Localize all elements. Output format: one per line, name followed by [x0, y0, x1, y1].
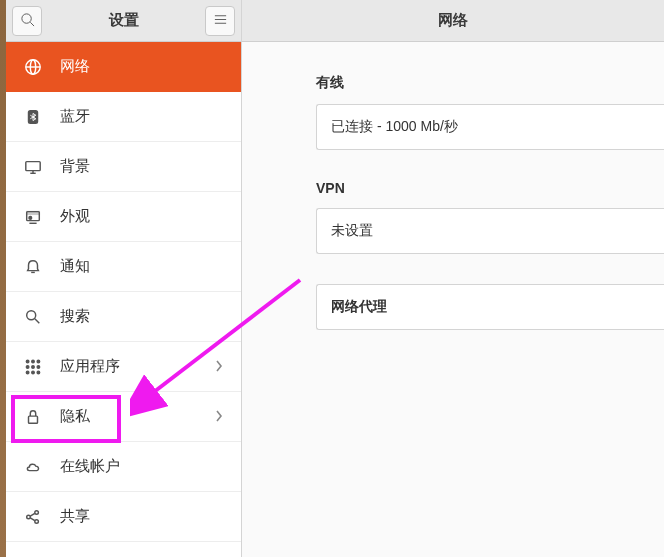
sidebar-list: 网络蓝牙背景外观通知搜索应用程序隐私在线帐户共享 [6, 42, 241, 557]
sidebar-item-cloud[interactable]: 在线帐户 [6, 442, 241, 492]
wired-heading: 有线 [316, 74, 664, 92]
proxy-row[interactable]: 网络代理 [316, 284, 664, 330]
svg-line-18 [35, 318, 40, 323]
svg-point-24 [37, 365, 40, 368]
chevron-right-icon [215, 359, 225, 375]
sidebar-title: 设置 [42, 11, 205, 30]
display-icon [22, 156, 44, 178]
proxy-heading: 网络代理 [331, 298, 387, 316]
svg-point-26 [32, 371, 35, 374]
svg-point-21 [37, 360, 40, 363]
sidebar-item-label: 共享 [60, 507, 225, 526]
sidebar-item-label: 网络 [60, 57, 225, 76]
sidebar-item-label: 外观 [60, 207, 225, 226]
sidebar-header: 设置 [6, 0, 241, 42]
lock-icon [22, 406, 44, 428]
search-icon [22, 306, 44, 328]
share-icon [22, 506, 44, 528]
sidebar-item-label: 在线帐户 [60, 457, 225, 476]
svg-point-22 [26, 365, 29, 368]
main-content: 有线 已连接 - 1000 Mb/秒 VPN 未设置 网络代理 [242, 42, 664, 330]
svg-point-17 [27, 310, 36, 319]
wired-status: 已连接 - 1000 Mb/秒 [331, 118, 458, 136]
globe-icon [22, 56, 44, 78]
svg-line-32 [30, 513, 35, 516]
sidebar-item-globe[interactable]: 网络 [6, 42, 241, 92]
sidebar-item-label: 背景 [60, 157, 225, 176]
sidebar-item-display[interactable]: 背景 [6, 142, 241, 192]
sidebar-item-search[interactable]: 搜索 [6, 292, 241, 342]
grid-icon [22, 356, 44, 378]
sidebar-item-label: 通知 [60, 257, 225, 276]
sidebar-item-appearance[interactable]: 外观 [6, 192, 241, 242]
svg-line-1 [30, 22, 34, 26]
search-icon [20, 12, 35, 30]
sidebar: 设置 网络蓝牙背景外观通知搜索应用程序隐私在线帐户共享 [6, 0, 242, 557]
main-panel: 网络 有线 已连接 - 1000 Mb/秒 VPN 未设置 网络代理 [242, 0, 664, 557]
svg-point-20 [32, 360, 35, 363]
svg-point-0 [21, 13, 30, 22]
chevron-right-icon [215, 409, 225, 425]
svg-point-30 [35, 510, 39, 514]
sidebar-item-grid[interactable]: 应用程序 [6, 342, 241, 392]
vpn-row[interactable]: 未设置 [316, 208, 664, 254]
sidebar-item-bluetooth[interactable]: 蓝牙 [6, 92, 241, 142]
appearance-icon [22, 206, 44, 228]
svg-rect-9 [26, 161, 40, 170]
svg-point-31 [35, 519, 39, 523]
hamburger-button[interactable] [205, 6, 235, 36]
main-title: 网络 [242, 0, 664, 42]
sidebar-item-lock[interactable]: 隐私 [6, 392, 241, 442]
bell-icon [22, 256, 44, 278]
wired-row[interactable]: 已连接 - 1000 Mb/秒 [316, 104, 664, 150]
svg-point-27 [37, 371, 40, 374]
search-button[interactable] [12, 6, 42, 36]
sidebar-item-label: 应用程序 [60, 357, 215, 376]
menu-icon [213, 12, 228, 30]
svg-point-29 [27, 515, 31, 519]
vpn-heading: VPN [316, 180, 664, 196]
sidebar-item-label: 蓝牙 [60, 107, 225, 126]
vpn-status: 未设置 [331, 222, 373, 240]
sidebar-item-bell[interactable]: 通知 [6, 242, 241, 292]
sidebar-item-label: 搜索 [60, 307, 225, 326]
cloud-icon [22, 456, 44, 478]
svg-rect-13 [27, 211, 40, 214]
svg-line-33 [30, 517, 35, 520]
svg-point-23 [32, 365, 35, 368]
bluetooth-icon [22, 106, 44, 128]
svg-point-25 [26, 371, 29, 374]
sidebar-item-label: 隐私 [60, 407, 215, 426]
svg-point-19 [26, 360, 29, 363]
svg-rect-28 [29, 416, 38, 423]
svg-point-14 [29, 216, 32, 219]
sidebar-item-share[interactable]: 共享 [6, 492, 241, 542]
